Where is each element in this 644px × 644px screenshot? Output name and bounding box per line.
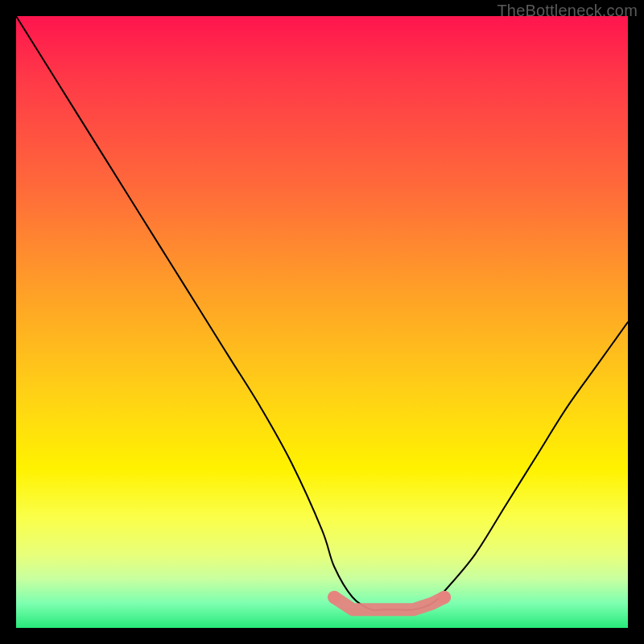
svg-point-0: [328, 591, 341, 604]
plot-area: [16, 16, 628, 628]
curve-svg: [16, 16, 628, 628]
bottleneck-curve: [16, 16, 628, 610]
svg-point-1: [438, 591, 451, 604]
chart-frame: TheBottleneck.com: [0, 0, 644, 644]
bottleneck-marker-band: [328, 591, 451, 609]
